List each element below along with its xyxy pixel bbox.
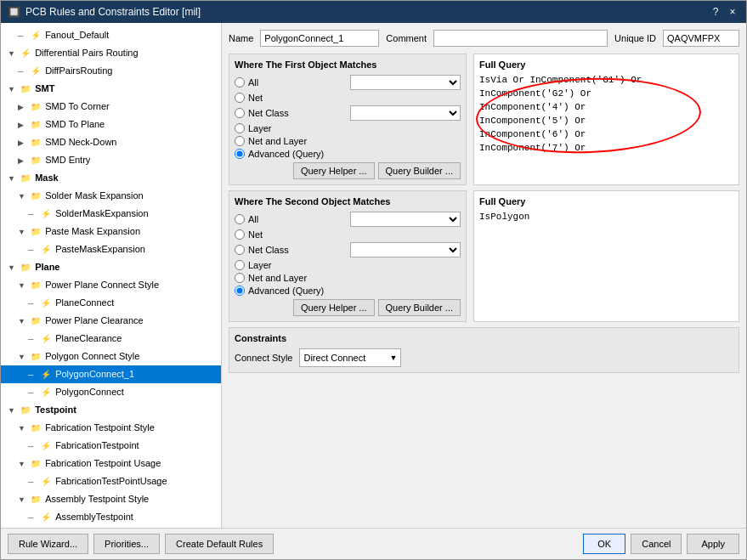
rule-wizard-button[interactable]: Rule Wizard... <box>8 534 88 554</box>
tree-label: Assembly Testpoint Style <box>45 491 149 506</box>
expand-icon: ▼ <box>18 278 28 293</box>
tree-label: Differential Pairs Routing <box>35 45 138 60</box>
full-query-text-2: IsPolygon <box>479 210 733 223</box>
radio-net-input-1[interactable] <box>235 93 245 103</box>
radio-layer-input-2[interactable] <box>235 260 245 270</box>
full-query-panel-2: Full Query IsPolygon <box>473 190 739 322</box>
pcb-icon: 🔲 <box>8 6 20 18</box>
tree-item-smd-entry[interactable]: ▶ 📁 SMD Entry <box>1 151 221 169</box>
radio-netclass-input-1[interactable] <box>235 108 245 118</box>
tree-item-fabtestpointusage[interactable]: ─ ⚡ FabricationTestPointUsage <box>1 472 221 490</box>
tree-label: DiffPairsRouting <box>45 63 112 78</box>
tree-label: SMD Neck-Down <box>45 134 116 150</box>
radio-netlayer-input-2[interactable] <box>235 273 245 283</box>
tree-item-fabtestpoint[interactable]: ─ ⚡ FabricationTestpoint <box>1 437 221 455</box>
comment-input[interactable] <box>433 30 608 47</box>
tree-item-smd-corner[interactable]: ▶ 📁 SMD To Corner <box>1 98 221 116</box>
constraints-title: Constraints <box>235 333 733 343</box>
tree-item-soldermaskexpansion[interactable]: ─ ⚡ SolderMaskExpansion <box>1 205 221 223</box>
titlebar: 🔲 PCB Rules and Constraints Editor [mil]… <box>1 1 746 23</box>
titlebar-controls: ? × <box>709 5 739 19</box>
expand-icon: ▼ <box>18 421 28 436</box>
tree-item-diffpairsrouting[interactable]: ─ ⚡ DiffPairsRouting <box>1 62 221 80</box>
expand-icon: ▼ <box>18 456 28 472</box>
tree-item-mask[interactable]: ▼ 📁 Mask <box>1 169 221 187</box>
query-builder-btn-2[interactable]: Query Builder ... <box>378 299 461 316</box>
tree-item-power-plane-clearance[interactable]: ▼ 📁 Power Plane Clearance <box>1 312 221 330</box>
create-default-rules-button[interactable]: Create Default Rules <box>165 534 274 554</box>
connect-style-arrow: ▼ <box>390 354 398 362</box>
uniqueid-input[interactable] <box>663 30 739 47</box>
folder-icon: 📁 <box>31 314 41 329</box>
close-button[interactable]: × <box>726 5 739 19</box>
folder-icon: 📁 <box>31 117 41 133</box>
priorities-button[interactable]: Priorities... <box>93 534 160 554</box>
radio-all-1: All <box>235 75 461 90</box>
tree-item-plane[interactable]: ▼ 📁 Plane <box>1 258 221 276</box>
tree-item-asm-testpoint-style[interactable]: ▼ 📁 Assembly Testpoint Style <box>1 490 221 508</box>
radio-netclass-input-2[interactable] <box>235 245 245 255</box>
radio-advanced-input-1[interactable] <box>235 149 245 159</box>
expand-icon: ▼ <box>18 189 28 204</box>
first-btn-row: Query Helper ... Query Builder ... <box>235 162 461 179</box>
query-helper-btn-2[interactable]: Query Helper ... <box>293 299 375 316</box>
rule-tree: ─ ⚡ Fanout_Default ▼ ⚡ Differential Pair… <box>1 23 221 528</box>
tree-label: FabricationTestPointUsage <box>55 473 167 489</box>
query-builder-btn-1[interactable]: Query Builder ... <box>378 162 461 179</box>
expand-icon: ▼ <box>18 349 28 365</box>
tree-item-fab-testpoint-usage[interactable]: ▼ 📁 Fabrication Testpoint Usage <box>1 455 221 472</box>
tree-item-smd-neckdown[interactable]: ▶ 📁 SMD Neck-Down <box>1 133 221 151</box>
bottom-toolbar: Rule Wizard... Priorities... Create Defa… <box>1 528 746 559</box>
tree-item-assemblytest[interactable]: ─ ⚡ AssemblyTestpoint <box>1 508 221 526</box>
constraints-section: Constraints Connect Style Direct Connect… <box>229 327 739 373</box>
query-helper-btn-1[interactable]: Query Helper ... <box>293 162 375 179</box>
full-query-panel-1: Full Query IsVia Or InComponent('G1') Or… <box>473 54 739 185</box>
folder-icon: 📁 <box>31 349 41 365</box>
first-object-panel: Where The First Object Matches All Net N… <box>229 54 467 185</box>
tree-item-smd-plane[interactable]: ▶ 📁 SMD To Plane <box>1 116 221 133</box>
expand-icon: ─ <box>28 385 38 400</box>
tree-item-power-plane-connect[interactable]: ▼ 📁 Power Plane Connect Style <box>1 276 221 294</box>
expand-icon: ▶ <box>18 135 28 150</box>
full-query-title-1: Full Query <box>479 59 733 70</box>
cancel-button[interactable]: Cancel <box>631 534 682 554</box>
tree-item-diff-pairs[interactable]: ▼ ⚡ Differential Pairs Routing <box>1 44 221 62</box>
select-netclass-1[interactable] <box>350 105 461 121</box>
select-all-1[interactable] <box>350 75 461 90</box>
tree-item-testpoint[interactable]: ▼ 📁 Testpoint <box>1 401 221 419</box>
tree-item-paste-mask[interactable]: ▼ 📁 Paste Mask Expansion <box>1 223 221 240</box>
rule-icon: ⚡ <box>31 28 41 43</box>
radio-net-input-2[interactable] <box>235 229 245 240</box>
tree-item-planeclearance[interactable]: ─ ⚡ PlaneClearance <box>1 330 221 348</box>
tree-item-solder-mask[interactable]: ▼ 📁 Solder Mask Expansion <box>1 187 221 205</box>
expand-icon: ▶ <box>18 99 28 115</box>
apply-button[interactable]: Apply <box>687 534 739 554</box>
radio-all-label-1: All <box>248 77 347 88</box>
radio-advanced-input-2[interactable] <box>235 286 245 296</box>
radio-all-input-1[interactable] <box>235 77 245 88</box>
tree-item-smt[interactable]: ▼ 📁 SMT <box>1 80 221 98</box>
radio-all-input-2[interactable] <box>235 214 245 224</box>
rule-icon: ⚡ <box>41 296 51 311</box>
help-button[interactable]: ? <box>709 5 722 19</box>
rule-icon: ⚡ <box>41 385 51 400</box>
connect-style-dropdown[interactable]: Direct Connect ▼ <box>299 348 401 367</box>
tree-item-polygonconnect1[interactable]: ─ ⚡ PolygonConnect_1 <box>1 365 221 383</box>
tree-panel: ─ ⚡ Fanout_Default ▼ ⚡ Differential Pair… <box>1 23 222 528</box>
select-netclass-2[interactable] <box>350 242 461 257</box>
main-window: 🔲 PCB Rules and Constraints Editor [mil]… <box>0 0 747 560</box>
radio-netlayer-input-1[interactable] <box>235 136 245 146</box>
select-all-2[interactable] <box>350 212 461 227</box>
tree-item-planeconnect[interactable]: ─ ⚡ PlaneConnect <box>1 294 221 312</box>
tree-label: Polygon Connect Style <box>45 348 139 364</box>
tree-item-polygonconnect[interactable]: ─ ⚡ PolygonConnect <box>1 383 221 401</box>
radio-net-1: Net <box>235 93 461 103</box>
tree-item-fanout[interactable]: ─ ⚡ Fanout_Default <box>1 26 221 44</box>
ok-button[interactable]: OK <box>583 534 625 554</box>
folder-icon: 📁 <box>31 278 41 293</box>
radio-layer-input-1[interactable] <box>235 123 245 133</box>
name-input[interactable] <box>260 30 379 47</box>
tree-item-polygon-connect-style[interactable]: ▼ 📁 Polygon Connect Style <box>1 348 221 365</box>
tree-item-fab-testpoint-style[interactable]: ▼ 📁 Fabrication Testpoint Style <box>1 419 221 437</box>
tree-item-pastemaskexpansion[interactable]: ─ ⚡ PasteMaskExpansion <box>1 240 221 258</box>
